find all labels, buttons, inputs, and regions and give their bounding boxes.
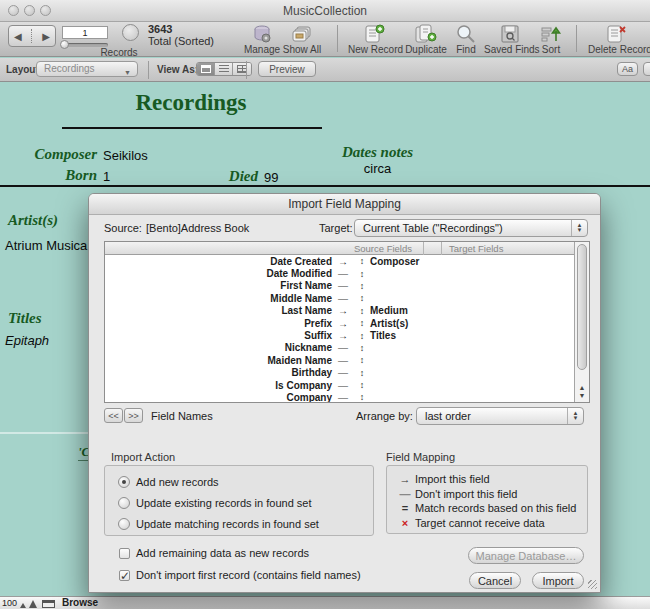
form-view-button[interactable]	[197, 63, 215, 75]
dialog-titlebar[interactable]: Import Field Mapping	[89, 194, 600, 215]
radio-icon[interactable]	[118, 476, 130, 488]
reorder-handle-icon[interactable]: ↕	[354, 392, 370, 402]
skip-dash-icon[interactable]: —	[332, 355, 354, 366]
mapping-row[interactable]: Date Modified—↕	[105, 267, 574, 279]
reorder-handle-icon[interactable]: ↕	[354, 318, 370, 328]
next-record-icon[interactable]: ▶	[42, 31, 50, 42]
radio-icon[interactable]	[118, 497, 130, 509]
record-navigation-book[interactable]: ◀ ▶	[8, 25, 56, 47]
import-arrow-icon[interactable]: →	[332, 256, 354, 267]
status-area-toggle-icon[interactable]	[42, 600, 55, 608]
titles-value[interactable]: Epitaph	[5, 333, 49, 348]
manage-database-button[interactable]: Manage Database…	[468, 547, 584, 564]
checkbox-row[interactable]: ✓Don't import first record (contains fie…	[119, 569, 361, 591]
dates-notes-label: Dates notes	[330, 144, 425, 161]
new-record-button[interactable]: New Record	[348, 24, 402, 55]
find-button[interactable]: Find	[450, 24, 482, 55]
mapping-row[interactable]: Last Name→↕Medium	[105, 305, 574, 317]
view-as-label: View As:	[157, 64, 198, 75]
target-dropdown[interactable]: Current Table ("Recordings") ▲▼	[354, 219, 588, 237]
reorder-handle-icon[interactable]: ↕	[354, 368, 370, 378]
layout-heading: Recordings	[60, 90, 322, 116]
skip-dash-icon[interactable]: —	[332, 293, 354, 304]
arrange-by-dropdown[interactable]: last order ▲▼	[416, 407, 584, 425]
current-record-input[interactable]: 1	[62, 26, 108, 39]
mapping-row[interactable]: First Name—↕	[105, 280, 574, 292]
mapping-row[interactable]: Suffix→↕Titles	[105, 329, 574, 341]
radio-icon[interactable]	[118, 518, 130, 530]
target-fields-header: Target Fields	[449, 243, 503, 254]
import-button[interactable]: Import	[532, 572, 584, 589]
reorder-handle-icon[interactable]: ↕	[354, 281, 370, 291]
radio-option[interactable]: Update existing records in found set	[118, 492, 319, 513]
scrollbar-thumb[interactable]	[577, 244, 587, 370]
zoom-level[interactable]: 100	[2, 598, 17, 608]
import-arrow-icon[interactable]: →	[332, 318, 354, 329]
died-value[interactable]: 99	[264, 170, 278, 185]
show-all-button[interactable]: Show All	[280, 24, 324, 55]
skip-dash-icon[interactable]: —	[332, 367, 354, 378]
mapping-row[interactable]: Nickname—↕	[105, 342, 574, 354]
cancel-button[interactable]: Cancel	[469, 572, 521, 589]
reorder-handle-icon[interactable]: ↕	[354, 256, 370, 266]
mapping-row[interactable]: Date Created→↕Composer	[105, 255, 574, 267]
reorder-handle-icon[interactable]: ↕	[354, 380, 370, 390]
zoom-in-icon[interactable]	[29, 600, 37, 608]
list-scrollbar[interactable]: ▲ ▼	[574, 242, 589, 402]
radio-option[interactable]: Add new records	[118, 471, 319, 492]
composer-value[interactable]: Seikilos	[103, 148, 148, 163]
scrollbar-arrows[interactable]: ▲ ▼	[575, 384, 589, 400]
format-text-button[interactable]: Aa	[617, 62, 638, 76]
born-value[interactable]: 1	[103, 169, 110, 184]
skip-dash-icon[interactable]: —	[332, 280, 354, 291]
preview-button[interactable]: Preview	[258, 61, 316, 77]
mapping-row[interactable]: Birthday—↕	[105, 367, 574, 379]
delete-record-button[interactable]: Delete Record	[588, 24, 646, 55]
mapping-row[interactable]: Prefix→↕Artist(s)	[105, 317, 574, 329]
dates-notes-value[interactable]: circa	[330, 161, 425, 176]
field-mapping-list[interactable]: Source Fields Target Fields Date Created…	[104, 241, 590, 403]
mode-label[interactable]: Browse	[62, 597, 98, 608]
source-field-name: Nickname	[105, 342, 332, 353]
found-set-pie-icon[interactable]	[122, 24, 139, 41]
previous-record-icon[interactable]: ◀	[14, 31, 22, 42]
skip-dash-icon[interactable]: —	[332, 380, 354, 391]
reorder-handle-icon[interactable]: ↕	[354, 269, 370, 279]
sort-button[interactable]: Sort	[537, 24, 565, 55]
saved-finds-button[interactable]: Saved Finds	[484, 24, 536, 55]
checkbox-icon[interactable]	[119, 548, 130, 559]
mapping-row[interactable]: Middle Name—↕	[105, 292, 574, 304]
skip-dash-icon[interactable]: —	[332, 342, 354, 353]
next-field-page-button[interactable]: >>	[124, 408, 143, 423]
previous-field-page-button[interactable]: <<	[104, 408, 123, 423]
import-arrow-icon[interactable]: →	[332, 330, 354, 341]
skip-dash-icon[interactable]: —	[332, 392, 354, 403]
mapping-row[interactable]: Company—↕	[105, 391, 574, 403]
scroll-up-icon[interactable]: ▲	[575, 384, 589, 392]
table-view-button[interactable]	[233, 63, 251, 75]
mapping-row[interactable]: Maiden Name—↕	[105, 354, 574, 366]
checkbox-row[interactable]: Add remaining data as new records	[119, 547, 361, 569]
skip-dash-icon[interactable]: —	[332, 268, 354, 279]
edge-clipped-button[interactable]	[643, 62, 650, 76]
record-slider-knob[interactable]	[60, 40, 69, 49]
source-field-name: Maiden Name	[105, 355, 332, 366]
mapping-row[interactable]: Is Company—↕	[105, 379, 574, 391]
list-view-button[interactable]	[215, 63, 233, 75]
reorder-handle-icon[interactable]: ↕	[354, 306, 370, 316]
checkbox-icon[interactable]: ✓	[119, 570, 130, 581]
radio-option[interactable]: Update matching records in found set	[118, 513, 319, 534]
reorder-handle-icon[interactable]: ↕	[354, 331, 370, 341]
manage-button[interactable]: Manage	[238, 24, 286, 55]
layout-dropdown[interactable]: Recordings ▼	[36, 61, 138, 77]
dialog-resize-handle[interactable]	[588, 580, 597, 589]
source-field-name: Date Modified	[105, 268, 332, 279]
reorder-handle-icon[interactable]: ↕	[354, 343, 370, 353]
scroll-down-icon[interactable]: ▼	[575, 392, 589, 400]
zoom-out-icon[interactable]	[20, 603, 26, 608]
import-arrow-icon[interactable]: →	[332, 305, 354, 316]
artists-value[interactable]: Atrium Musica	[5, 238, 87, 253]
reorder-handle-icon[interactable]: ↕	[354, 355, 370, 365]
reorder-handle-icon[interactable]: ↕	[354, 293, 370, 303]
duplicate-button[interactable]: Duplicate	[404, 24, 448, 55]
